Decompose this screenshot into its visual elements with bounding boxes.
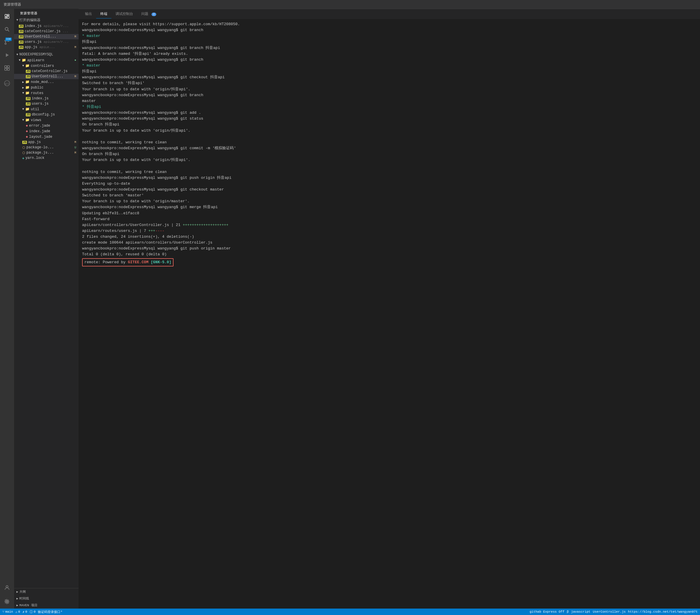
status-info[interactable]: ⓘ 0 [29,610,36,614]
open-file-user-controller[interactable]: JS UserControll... M [14,34,78,39]
terminal-line-34: apiLearn/routes/users.js | 7 +++---- [82,228,697,234]
apilearn-dot: ● [74,59,76,62]
activity-bar-search[interactable] [2,24,12,35]
app-js-badge: M [74,46,76,49]
terminal-line-35: 2 files changed, 24 insertions(+), 4 del… [82,234,697,240]
status-warnings[interactable]: ⚠ 0 [15,610,20,614]
file-routes-index[interactable]: JS index.js [14,96,78,101]
pkg-icon-json: ⬡ [22,151,25,155]
file-user-controller[interactable]: JS UserControll... M [14,74,78,79]
terminal-line-23: Your branch is up to date with 'origin/抖… [82,157,697,163]
open-file-users-js[interactable]: JS users.js apiLearn/r... [14,39,78,45]
js-icon-user: JS [26,75,30,78]
status-errors[interactable]: ✗ 0 [23,610,27,614]
activity-bar-extensions[interactable] [2,63,12,73]
file-layout-jade[interactable]: ◆ layout.jade [14,134,78,139]
js-icon: JS [19,25,23,28]
js-icon-app: JS [22,141,27,144]
activity-bar-source-control[interactable]: 338 [2,37,12,48]
maven-header[interactable]: ▶ MAVEN 项目 [14,602,78,608]
file-index-jade[interactable]: ◆ index.jade [14,128,78,134]
outline-section: ▶ 大纲 ▶ 时间线 ▶ MAVEN 项目 [14,588,78,608]
activity-bar-settings[interactable] [2,596,12,607]
activity-bar-account[interactable] [2,582,12,593]
terminal-line-22: On branch 抖音api [82,151,697,157]
folder-controllers[interactable]: ▼ 📁 controllers [14,63,78,68]
terminal-line-36: create mode 100644 apiLearn/controllers/… [82,240,697,246]
svg-marker-10 [6,53,9,57]
problems-badge: 2 [152,13,156,16]
js-icon-4: JS [19,40,23,44]
js-icon-routes-index: JS [26,97,30,100]
open-file-index-js-name: index.js apiLearn/r... [25,24,76,28]
file-dbconfig[interactable]: JS dbconfig.js [14,112,78,117]
folder-icon-node-modules: 📁 [25,80,29,84]
terminal-line-12: Your branch is up to date with 'origin/抖… [82,87,697,92]
status-beta[interactable]: β [567,610,569,614]
file-error-jade[interactable]: ◆ error.jade [14,123,78,128]
svg-rect-3 [5,17,7,18]
maven-label: MAVEN 项目 [19,603,38,607]
activity-bar-run[interactable] [2,50,12,60]
panel-tabs: 输出 终端 调试控制台 问题 2 [78,9,700,19]
tab-debug-console[interactable]: 调试控制台 [111,10,137,18]
file-routes-users[interactable]: JS users.js [14,101,78,106]
project-chevron: ▼ [16,53,18,56]
file-package-lock[interactable]: ⬡ package-lo... U [14,145,78,150]
file-user-name: UserControll... [32,74,73,78]
folder-util-name: util [31,107,76,111]
status-server[interactable]: githab Express Off [530,610,565,614]
project-header[interactable]: ▼ NODEEXPRESSMYSQL [14,52,78,58]
terminal-line-38: Total 0 (delta 0), reused 0 (delta 0) [82,251,697,258]
info-count: 0 [34,610,36,614]
controllers-chevron: ▼ [22,64,24,67]
file-app-js[interactable]: JS app.js M [14,139,78,145]
warning-count: 0 [18,610,20,614]
terminal-line-16: wangyancbookpro:nodeExpressMysql wangyan… [82,110,697,116]
tab-terminal-label: 终端 [100,12,107,16]
terminal-line-highlighted: remote: Powered by GITEE.COM [GNK-5.0] [82,258,174,266]
main-layout: 338 git [0,9,700,608]
svg-point-7 [5,43,7,45]
sidebar-title: 资源管理器 [14,9,78,17]
terminal-line-9: 抖音api [82,68,697,74]
folder-node-modules[interactable]: ▶ 📁 node_mod... [14,79,78,85]
folder-icon-public: 📁 [25,85,29,90]
status-branch[interactable]: ⑂ main [2,610,13,614]
status-url: https://blog.csdn.net/tet/wangyan97t [628,610,698,614]
status-auth-label: 验证码登录接口* [38,610,62,614]
terminal-content[interactable]: For more details, please visit https://s… [78,19,700,608]
tab-terminal[interactable]: 终端 [96,10,111,18]
file-routes-index-name: index.js [32,97,76,101]
status-beta-label: β [567,610,569,614]
status-filename[interactable]: UserController.js [593,610,626,614]
folder-apilearn[interactable]: ▼ 📁 apiLearn ● [14,58,78,63]
activity-bar-git[interactable]: git [2,78,12,89]
file-index-jade-name: index.jade [29,129,76,134]
open-file-app-js[interactable]: JS app.js apiLe... M [14,45,78,50]
open-file-index-js[interactable]: JS index.js apiLearn/r... [14,23,78,29]
timeline-header[interactable]: ▶ 时间线 [14,595,78,602]
open-editors-header[interactable]: ▼ 打开的编辑器 [14,17,78,23]
status-auth-tab[interactable]: 验证码登录接口* [38,610,62,614]
folder-util[interactable]: ▼ 📁 util [14,106,78,112]
folder-views[interactable]: ▼ 📁 views [14,117,78,123]
file-cate-controller[interactable]: JS cateController.js [14,68,78,74]
status-language[interactable]: javascript [571,610,590,614]
svg-point-17 [6,586,8,588]
svg-rect-2 [7,16,9,18]
tab-output[interactable]: 输出 [81,10,96,18]
outline-header[interactable]: ▶ 大纲 [14,588,78,595]
info-icon: ⓘ [29,610,33,614]
folder-public[interactable]: ▶ 📁 public [14,85,78,90]
file-package-json[interactable]: ⬡ package.js... M [14,150,78,155]
open-file-cate-controller[interactable]: JS cateController.js ... [14,29,78,34]
status-bar: ⑂ main ⚠ 0 ✗ 0 ⓘ 0 验证码登录接口* githab Expre… [0,608,700,615]
folder-routes[interactable]: ▼ 📁 routes [14,90,78,96]
file-routes-users-name: users.js [32,102,76,106]
activity-bar-explorer[interactable] [2,11,12,22]
jade-icon-layout: ◆ [26,135,28,139]
tab-problems[interactable]: 问题 2 [137,10,160,18]
file-yarn-lock[interactable]: ◈ yarn.lock [14,155,78,161]
folder-icon-routes: 📁 [25,91,29,95]
